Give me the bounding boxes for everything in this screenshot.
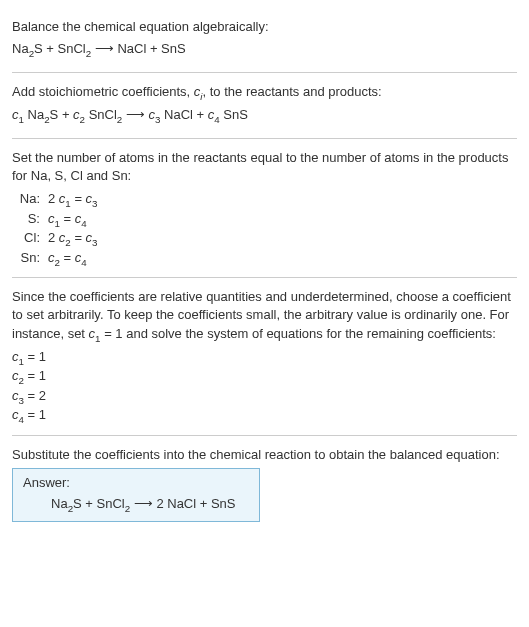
sn-eq: =: [60, 250, 75, 265]
coef-line-3: c3 = 2: [12, 386, 517, 406]
cl2-v: = 1: [24, 368, 46, 383]
section-answer: Substitute the coefficients into the che…: [12, 436, 517, 532]
part3: NaCl +: [160, 107, 207, 122]
section-coefficients: Add stoichiometric coefficients, ci, to …: [12, 73, 517, 138]
ans-b: S + SnCl: [73, 496, 125, 511]
s-label: S:: [12, 209, 48, 229]
na2s-b: S +: [50, 107, 74, 122]
section-atoms: Set the number of atoms in the reactants…: [12, 139, 517, 278]
na-label: Na:: [12, 189, 48, 209]
cl1-v: = 1: [24, 349, 46, 364]
coef-equation: c1 Na2S + c2 SnCl2 ⟶ c3 NaCl + c4 SnS: [12, 106, 517, 124]
coef-title: Add stoichiometric coefficients, ci, to …: [12, 83, 517, 101]
eqn-na: Na: [12, 41, 29, 56]
cl3-v: = 2: [24, 388, 46, 403]
na-c3s: 3: [92, 198, 97, 209]
solve-b: = 1 and solve the system of equations fo…: [101, 326, 496, 341]
row-cl: Cl: 2 c2 = c3: [12, 228, 517, 248]
na2s-a: Na: [24, 107, 44, 122]
s-eq: =: [60, 211, 75, 226]
sn-body: c2 = c4: [48, 248, 517, 268]
answer-title: Substitute the coefficients into the che…: [12, 446, 517, 464]
s-c4s: 4: [81, 217, 86, 228]
s-body: c1 = c4: [48, 209, 517, 229]
cl-label: Cl:: [12, 228, 48, 248]
section-balance: Balance the chemical equation algebraica…: [12, 8, 517, 73]
coef-title-b: , to the reactants and products:: [203, 84, 382, 99]
arrow: ⟶: [122, 107, 148, 122]
row-s: S: c1 = c4: [12, 209, 517, 229]
balance-equation: Na2S + SnCl2 ⟶ NaCl + SnS: [12, 40, 517, 58]
sn-c4s: 4: [81, 256, 86, 267]
cl-eq: =: [71, 230, 86, 245]
row-sn: Sn: c2 = c4: [12, 248, 517, 268]
eqn-mid: S + SnCl: [34, 41, 86, 56]
coef-line-1: c1 = 1: [12, 347, 517, 367]
sn-label: Sn:: [12, 248, 48, 268]
eqn-rhs: ⟶ NaCl + SnS: [91, 41, 186, 56]
ans-a: Na: [51, 496, 68, 511]
row-na: Na: 2 c1 = c3: [12, 189, 517, 209]
balance-title: Balance the chemical equation algebraica…: [12, 18, 517, 36]
na-pre: 2: [48, 191, 59, 206]
ans-c: ⟶ 2 NaCl + SnS: [130, 496, 235, 511]
coef-line-2: c2 = 1: [12, 366, 517, 386]
solve-title: Since the coefficients are relative quan…: [12, 288, 517, 343]
atoms-table: Na: 2 c1 = c3 S: c1 = c4 Cl: 2 c2 = c3 S…: [12, 189, 517, 267]
cl-body: 2 c2 = c3: [48, 228, 517, 248]
sncl2-a: SnCl: [85, 107, 117, 122]
atoms-title: Set the number of atoms in the reactants…: [12, 149, 517, 185]
na-eq: =: [71, 191, 86, 206]
answer-equation: Na2S + SnCl2 ⟶ 2 NaCl + SnS: [23, 496, 249, 511]
coef-line-4: c4 = 1: [12, 405, 517, 425]
section-solve: Since the coefficients are relative quan…: [12, 278, 517, 436]
cl4-v: = 1: [24, 407, 46, 422]
na-body: 2 c1 = c3: [48, 189, 517, 209]
cl-pre: 2: [48, 230, 59, 245]
answer-label: Answer:: [23, 475, 249, 490]
cl-c3s: 3: [92, 237, 97, 248]
coef-title-a: Add stoichiometric coefficients,: [12, 84, 194, 99]
part4: SnS: [220, 107, 248, 122]
answer-box: Answer: Na2S + SnCl2 ⟶ 2 NaCl + SnS: [12, 468, 260, 522]
